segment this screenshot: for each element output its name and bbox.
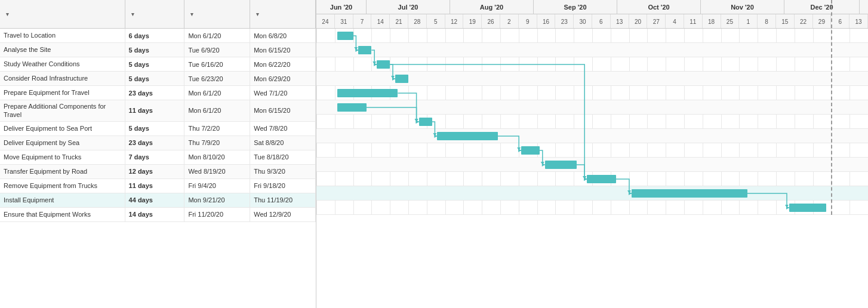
gantt-day-label: 21 bbox=[390, 14, 408, 29]
table-row: Remove Equipment from Trucks 11 days Fri… bbox=[0, 179, 316, 193]
gantt-day-label: 6 bbox=[592, 14, 611, 29]
th-start-sort-icon[interactable]: ▾ bbox=[190, 11, 193, 17]
gantt-day-label: 18 bbox=[703, 14, 721, 29]
gantt-day-label: 29 bbox=[813, 14, 832, 29]
table-header: ▾ ▾ ▾ ▾ bbox=[0, 0, 316, 29]
gantt-bar bbox=[337, 89, 398, 97]
table-row: Deliver Equipment by Sea 23 days Thu 7/9… bbox=[0, 136, 316, 150]
td-start: Tue 6/23/20 bbox=[184, 72, 250, 85]
gantt-body bbox=[316, 29, 868, 215]
gantt-month-label: Jun '20 bbox=[316, 0, 367, 14]
th-finish-sort-icon[interactable]: ▾ bbox=[256, 11, 259, 17]
gantt-day-label: 7 bbox=[353, 14, 372, 29]
gantt-row bbox=[316, 201, 868, 215]
gantt-day-label: 16 bbox=[537, 14, 556, 29]
th-duration[interactable]: ▾ bbox=[125, 0, 185, 28]
gantt-day-label: 9 bbox=[519, 14, 537, 29]
gantt-months: Jun '20Jul '20Aug '20Sep '20Oct '20Nov '… bbox=[316, 0, 868, 14]
gantt-bar bbox=[545, 161, 577, 169]
table-row: Prepare Additional Components for Travel… bbox=[0, 100, 316, 122]
td-duration: 23 days bbox=[125, 86, 185, 100]
today-dashed-line bbox=[831, 29, 832, 215]
th-start[interactable]: ▾ bbox=[184, 0, 250, 28]
td-start: Mon 8/10/20 bbox=[184, 150, 250, 164]
td-start: Fri 11/20/20 bbox=[184, 208, 250, 221]
gantt-month-label: Jul '20 bbox=[367, 0, 450, 14]
td-finish: Mon 6/15/20 bbox=[250, 100, 316, 121]
table-row: Prepare Equipment for Travel 23 days Mon… bbox=[0, 86, 316, 100]
gantt-row bbox=[316, 57, 868, 72]
gantt-day-label: 2 bbox=[500, 14, 519, 29]
td-finish: Mon 6/29/20 bbox=[250, 72, 316, 85]
gantt-day-label: 8 bbox=[758, 14, 776, 29]
td-name: Move Equipment to Trucks bbox=[0, 150, 125, 164]
gantt-day-label: 13 bbox=[611, 14, 629, 29]
td-start: Mon 6/1/20 bbox=[184, 100, 250, 121]
table-row: Ensure that Equipment Works 14 days Fri … bbox=[0, 208, 316, 222]
gantt-month-label: Dec '20 bbox=[784, 0, 860, 14]
gantt-day-label: 11 bbox=[684, 14, 703, 29]
gantt-bar bbox=[521, 146, 540, 155]
gantt-bar bbox=[419, 118, 432, 126]
gantt-bar bbox=[395, 75, 408, 83]
td-finish: Wed 7/8/20 bbox=[250, 122, 316, 135]
gantt-day-label: 27 bbox=[647, 14, 666, 29]
td-name: Deliver Equipment to Sea Port bbox=[0, 122, 125, 135]
td-start: Fri 9/4/20 bbox=[184, 179, 250, 193]
gantt-day-label: 6 bbox=[831, 14, 849, 29]
table-row: Study Weather Conditions 5 days Tue 6/16… bbox=[0, 57, 316, 72]
gantt-bar bbox=[358, 46, 371, 54]
gantt-day-label: 26 bbox=[482, 14, 500, 29]
th-duration-sort-icon[interactable]: ▾ bbox=[131, 11, 134, 17]
td-start: Thu 7/2/20 bbox=[184, 122, 250, 135]
td-duration: 11 days bbox=[125, 100, 185, 121]
gantt-bar bbox=[632, 189, 747, 198]
gantt-bar bbox=[587, 175, 615, 183]
th-name[interactable]: ▾ bbox=[0, 0, 125, 28]
td-duration: 6 days bbox=[125, 29, 185, 42]
td-duration: 44 days bbox=[125, 193, 185, 207]
gantt-area: Jun '20Jul '20Aug '20Sep '20Oct '20Nov '… bbox=[316, 0, 868, 308]
td-finish: Sat 8/8/20 bbox=[250, 136, 316, 150]
td-name: Remove Equipment from Trucks bbox=[0, 179, 125, 193]
gantt-day-label: 12 bbox=[445, 14, 464, 29]
table-row: Consider Road Infrastructure 5 days Tue … bbox=[0, 72, 316, 86]
gantt-day-label: 14 bbox=[371, 14, 390, 29]
gantt-bar bbox=[337, 32, 353, 40]
th-name-sort-icon[interactable]: ▾ bbox=[6, 11, 9, 17]
td-finish: Mon 6/8/20 bbox=[250, 29, 316, 42]
td-finish: Fri 9/18/20 bbox=[250, 179, 316, 193]
td-duration: 12 days bbox=[125, 165, 185, 178]
td-finish: Wed 12/9/20 bbox=[250, 208, 316, 221]
td-name: Prepare Additional Components for Travel bbox=[0, 100, 125, 121]
gantt-day-label: 22 bbox=[795, 14, 813, 29]
gantt-day-label: 4 bbox=[666, 14, 684, 29]
td-duration: 5 days bbox=[125, 122, 185, 135]
gantt-bar bbox=[377, 60, 390, 69]
td-name: Ensure that Equipment Works bbox=[0, 208, 125, 221]
gantt-month-label: Aug '20 bbox=[450, 0, 534, 14]
gantt-bar bbox=[789, 204, 826, 212]
td-duration: 5 days bbox=[125, 72, 185, 85]
gantt-row bbox=[316, 43, 868, 57]
main-container: ▾ ▾ ▾ ▾ Travel to Location 6 days Mon 6/… bbox=[0, 0, 868, 308]
table-row: Move Equipment to Trucks 7 days Mon 8/10… bbox=[0, 150, 316, 165]
td-duration: 23 days bbox=[125, 136, 185, 150]
td-start: Mon 9/21/20 bbox=[184, 193, 250, 207]
gantt-days: 2431714212851219262916233061320274111825… bbox=[316, 14, 868, 29]
td-duration: 14 days bbox=[125, 208, 185, 221]
td-name: Travel to Location bbox=[0, 29, 125, 42]
td-start: Mon 6/1/20 bbox=[184, 86, 250, 100]
gantt-day-label: 23 bbox=[555, 14, 574, 29]
td-finish: Thu 11/19/20 bbox=[250, 193, 316, 207]
th-finish[interactable]: ▾ bbox=[250, 0, 316, 28]
table-row: Analyse the Site 5 days Tue 6/9/20 Mon 6… bbox=[0, 43, 316, 57]
td-name: Prepare Equipment for Travel bbox=[0, 86, 125, 100]
td-finish: Wed 7/1/20 bbox=[250, 86, 316, 100]
table-row: Install Equipment 44 days Mon 9/21/20 Th… bbox=[0, 193, 316, 208]
table-body: Travel to Location 6 days Mon 6/1/20 Mon… bbox=[0, 29, 316, 222]
table-row: Travel to Location 6 days Mon 6/1/20 Mon… bbox=[0, 29, 316, 43]
table-row: Deliver Equipment to Sea Port 5 days Thu… bbox=[0, 122, 316, 136]
td-name: Transfer Equipment by Road bbox=[0, 165, 125, 178]
gantt-row bbox=[316, 86, 868, 100]
